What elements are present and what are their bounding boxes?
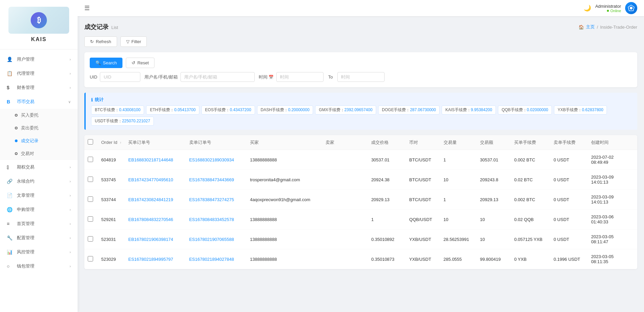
col-header-price-text: 成交价格 — [371, 140, 389, 145]
sidebar-item-purchase[interactable]: 🌐 申购管理 › — [0, 202, 78, 217]
cell-seller-3 — [322, 210, 368, 229]
cell-time-2: 2023-03-09 14:01:13 — [588, 190, 637, 210]
filter-button[interactable]: ▽ Filter — [120, 36, 147, 47]
cell-buy-order-5: ES1678021894995797 — [125, 249, 186, 269]
wallet-icon: ○ — [7, 263, 13, 269]
row-checkbox-5[interactable] — [88, 256, 93, 261]
table-row: 533744 EB1674230824841219 ES167838847327… — [84, 190, 637, 210]
cell-sell-order-0: ES1688302189030934 — [186, 150, 247, 170]
topbar-left: ☰ — [84, 4, 90, 12]
cell-qty-0: 1 — [440, 150, 477, 170]
sidebar-item-coin-trade[interactable]: B 币币交易 ∨ — [0, 95, 78, 109]
sidebar-item-user-mgmt[interactable]: 👤 用户管理 › — [0, 52, 78, 66]
sidebar-label-coin-trade: 币币交易 — [17, 99, 68, 105]
cell-pair-0: BTC/USDT — [406, 150, 440, 170]
toolbar: ↻ Refresh ▽ Filter — [84, 36, 637, 47]
futures-icon: ₿ — [7, 164, 13, 170]
sidebar-item-article[interactable]: 📄 文章管理 › — [0, 188, 78, 202]
col-header-amount: 交易额 — [477, 135, 511, 150]
sidebar-item-risk[interactable]: 📊 风控管理 › — [0, 245, 78, 259]
row-checkbox-1[interactable] — [88, 177, 93, 182]
col-header-order-id-text: Order Id — [101, 140, 117, 145]
time-from-input[interactable] — [276, 72, 324, 82]
cell-seller-2 — [322, 190, 368, 210]
sidebar-item-futures[interactable]: ₿ 期权交易 › — [0, 160, 78, 174]
cell-time-3: 2023-03-06 01:40:33 — [588, 210, 637, 229]
search-button[interactable]: 🔍 Search — [90, 58, 122, 68]
reset-button[interactable]: ↺ Reset — [126, 58, 155, 68]
username-input[interactable] — [180, 72, 255, 82]
topbar: ☰ 🌙 Administrator Online — [78, 0, 644, 16]
main-area: ☰ 🌙 Administrator Online 成交记 — [78, 0, 644, 312]
sidebar-item-home-mgmt[interactable]: ≡ 首页管理 › — [0, 217, 78, 231]
agent-mgmt-icon: 📋 — [7, 71, 13, 76]
cell-order-id-0: 604819 — [98, 150, 125, 170]
stats-item: KAIS手续费：9.95384200 — [442, 105, 496, 115]
col-header-buyer-text: 买家 — [250, 140, 259, 145]
row-checkbox-4[interactable] — [88, 236, 93, 242]
cell-amount-0: 30537.01 — [477, 150, 511, 170]
cell-time-5: 2023-03-05 08:11:35 — [588, 249, 637, 269]
cell-time-0: 2023-07-02 08:49:49 — [588, 150, 637, 170]
sidebar-item-sell-entrust[interactable]: 卖出委托 — [0, 122, 78, 134]
table-body: 604819 EB1688302187144648 ES168830218903… — [84, 150, 637, 269]
select-all-checkbox[interactable] — [88, 139, 93, 145]
cell-sell-fee-1: 0 USDT — [550, 170, 588, 190]
chevron-icon-article: › — [69, 193, 71, 197]
cell-order-id-1: 533745 — [98, 170, 125, 190]
table-row: 523031 EB1678021906398174 ES167802190706… — [84, 229, 637, 249]
hamburger-icon[interactable]: ☰ — [84, 4, 90, 12]
sidebar-item-trade-pair[interactable]: 交易对 — [0, 147, 78, 160]
row-checkbox-0[interactable] — [88, 157, 93, 162]
cell-order-id-4: 523031 — [98, 229, 125, 249]
sidebar-item-finance-mgmt[interactable]: $ 财务管理 › — [0, 81, 78, 95]
user-name: Administrator — [595, 4, 621, 9]
breadcrumb-home[interactable]: 主页 — [586, 24, 595, 30]
chevron-icon-agent-mgmt: › — [69, 71, 71, 75]
cell-sell-fee-0: 0 USDT — [550, 150, 588, 170]
refresh-button[interactable]: ↻ Refresh — [84, 36, 117, 47]
cell-seller-1 — [322, 170, 368, 190]
sidebar-item-perpetual[interactable]: 🔗 永续合约 › — [0, 174, 78, 188]
cell-buyer-4: 13888888888 — [247, 229, 322, 249]
uid-input[interactable] — [100, 72, 140, 82]
sidebar-item-buy-entrust[interactable]: 买入委托 — [0, 109, 78, 122]
col-header-buyer: 买家 — [247, 135, 322, 150]
sidebar-item-config[interactable]: 🔧 配置管理 › — [0, 231, 78, 245]
topbar-right: 🌙 Administrator Online — [584, 2, 637, 14]
refresh-icon: ↻ — [90, 39, 94, 44]
row-checkbox-3[interactable] — [88, 216, 93, 222]
dot-trade-records — [15, 139, 18, 142]
col-header-sell-fee: 卖单手续费 — [550, 135, 588, 150]
theme-toggle-icon[interactable]: 🌙 — [584, 4, 591, 12]
cell-buy-order-2: EB1674230824841219 — [125, 190, 186, 210]
cell-qty-4: 28.56253991 — [440, 229, 477, 249]
time-to-input[interactable] — [337, 72, 385, 82]
chevron-icon-perpetual: › — [69, 179, 71, 183]
cell-qty-1: 10 — [440, 170, 477, 190]
col-header-sell-order-text: 卖单订单号 — [189, 140, 211, 145]
search-label: Search — [103, 60, 117, 65]
cell-order-id-5: 523029 — [98, 249, 125, 269]
cell-buy-order-0: EB1688302187144648 — [125, 150, 186, 170]
sidebar-item-wallet[interactable]: ○ 钱包管理 › — [0, 259, 78, 273]
avatar[interactable] — [625, 2, 637, 14]
uid-label: UID — [90, 74, 97, 80]
row-checkbox-2[interactable] — [88, 196, 93, 202]
sort-icon-order-id[interactable]: ↑ — [120, 141, 121, 145]
app-name: KAIS — [31, 36, 47, 42]
calendar-icon: 📅 — [269, 75, 274, 80]
uid-field-group: UID — [90, 72, 140, 82]
stats-item: YXB手续费：0.62837800 — [554, 105, 607, 115]
logo-background: ₿ — [8, 7, 69, 34]
cell-pair-3: QQB/USDT — [406, 210, 440, 229]
cell-pair-2: BTC/USDT — [406, 190, 440, 210]
filter-label: Filter — [132, 39, 141, 44]
sidebar-item-trade-records[interactable]: 成交记录 — [0, 134, 78, 147]
logo-area: ₿ KAIS — [0, 0, 78, 50]
sidebar-item-agent-mgmt[interactable]: 📋 代理管理 › — [0, 66, 78, 81]
col-header-pair: 币对 — [406, 135, 440, 150]
chevron-icon-risk: › — [69, 250, 71, 254]
sidebar-label-buy-entrust: 买入委托 — [21, 112, 38, 118]
refresh-label: Refresh — [96, 39, 111, 44]
